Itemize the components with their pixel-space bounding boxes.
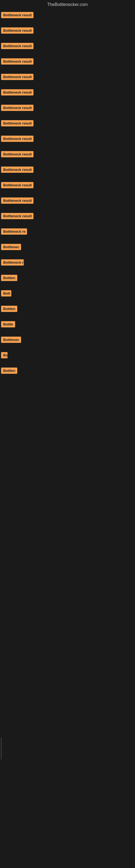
bottleneck-badge[interactable]: Bottlen [1, 306, 17, 312]
bottleneck-badge[interactable]: Bottleneck result [1, 182, 34, 188]
bottleneck-badge[interactable]: Bottleneck result [1, 58, 34, 65]
bottleneck-badge[interactable]: Bott [1, 290, 11, 297]
result-row: Bottlen [0, 366, 135, 376]
result-row: Bottleneck result [0, 180, 135, 191]
site-title: TheBottlenecker.com [0, 0, 135, 9]
bottleneck-badge[interactable]: Bottle [1, 321, 15, 328]
bottleneck-badge[interactable]: Bottleneck result [1, 151, 34, 157]
results-container: Bottleneck resultBottleneck resultBottle… [0, 10, 135, 376]
result-row: Bottleneck result [0, 165, 135, 176]
result-row: Bottle [0, 319, 135, 330]
result-row: Bottleneck result [0, 88, 135, 98]
result-row: Bottleneck re [0, 227, 135, 237]
bottleneck-badge[interactable]: Bottleneck result [1, 12, 34, 18]
cursor-line [1, 738, 1, 760]
bottleneck-badge[interactable]: Bottleneck re [1, 228, 27, 235]
bottleneck-badge[interactable]: Bottleneck result [1, 43, 34, 49]
bottleneck-badge[interactable]: Bottleneck result [1, 27, 34, 34]
bottleneck-badge[interactable]: Bottleneck result [1, 74, 34, 80]
result-row: Bottleneck result [0, 196, 135, 207]
result-row: Bottleneck result [0, 134, 135, 145]
result-row: Bottleneck result [0, 10, 135, 21]
bottleneck-badge[interactable]: Bottleneck r [1, 259, 24, 266]
bottleneck-badge[interactable]: Bottleneck result [1, 105, 34, 111]
bottleneck-badge[interactable]: Bottleneck result [1, 89, 34, 95]
bottleneck-badge[interactable]: Bottlenec [1, 337, 21, 343]
result-row: Bott [0, 289, 135, 299]
result-row: Bottleneck result [0, 57, 135, 67]
result-row: Bottleneck result [0, 150, 135, 160]
result-row: Bottleneck result [0, 72, 135, 83]
bottleneck-badge[interactable]: Bottleneck result [1, 135, 34, 142]
result-row: Bottleneck result [0, 211, 135, 222]
bottleneck-badge[interactable]: Bottlen [1, 368, 17, 374]
result-row: Bottleneck r [0, 258, 135, 268]
bottleneck-badge[interactable]: Bottleneck result [1, 166, 34, 173]
result-row: Bottleneck result [0, 119, 135, 129]
result-row: Bottlen [0, 273, 135, 284]
result-row: Bottleneck result [0, 26, 135, 36]
bottleneck-badge[interactable]: Bo [1, 352, 8, 358]
result-row: Bo [0, 350, 135, 361]
bottleneck-badge[interactable]: Bottleneck result [1, 213, 34, 219]
result-row: Bottleneck result [0, 41, 135, 52]
result-row: Bottlenec [0, 335, 135, 346]
bottleneck-badge[interactable]: Bottlenec [1, 244, 21, 250]
bottleneck-badge[interactable]: Bottlen [1, 275, 17, 281]
bottleneck-badge[interactable]: Bottleneck result [1, 120, 34, 126]
bottleneck-badge[interactable]: Bottleneck result [1, 197, 34, 204]
result-row: Bottlenec [0, 242, 135, 253]
result-row: Bottlen [0, 304, 135, 315]
result-row: Bottleneck result [0, 103, 135, 114]
